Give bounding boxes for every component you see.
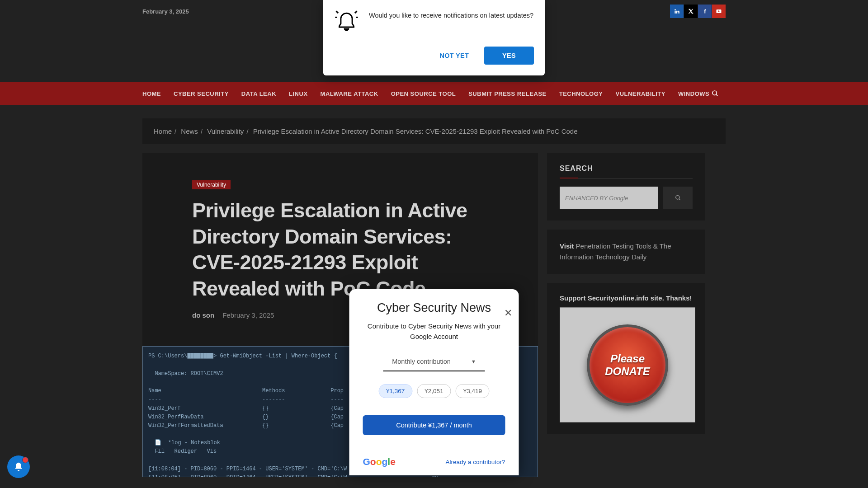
contribute-frequency-label: Monthly contribution (392, 358, 451, 365)
donate-image[interactable]: Please DONATE (560, 307, 695, 422)
category-tag[interactable]: Vulnerability (192, 180, 231, 189)
article-title: Privilege Escalation in Active Directory… (192, 197, 488, 301)
nav-cyber-security[interactable]: CYBER SECURITY (174, 90, 229, 97)
notification-yes-button[interactable]: YES (484, 47, 534, 65)
notification-bell-bubble[interactable] (7, 455, 30, 478)
search-icon (675, 195, 681, 201)
support-text: Support Securityonline.info site. Thanks… (560, 294, 693, 302)
notification-bell-icon (334, 9, 359, 34)
contribute-modal: ✕ Cyber Security News Contribute to Cybe… (349, 289, 519, 475)
search-button[interactable] (663, 187, 693, 209)
breadcrumb-category[interactable]: Vulnerability (207, 127, 244, 135)
search-widget-title: SEARCH (560, 164, 693, 178)
social-icons (670, 5, 726, 18)
nav-submit-press-release[interactable]: SUBMIT PRESS RELEASE (468, 90, 547, 97)
contribute-frequency-select[interactable]: Monthly contribution ▼ (383, 352, 485, 371)
nav-search-icon[interactable] (712, 90, 719, 97)
notification-not-yet-button[interactable]: NOT YET (429, 47, 479, 65)
svg-line-1 (716, 94, 717, 96)
youtube-icon[interactable] (712, 5, 726, 18)
already-contributor-link[interactable]: Already a contributor? (445, 459, 505, 465)
svg-line-3 (679, 199, 680, 200)
google-logo: Google (363, 456, 396, 467)
bell-icon (14, 462, 24, 472)
notification-prompt-text: Would you like to receive notifications … (369, 9, 533, 20)
nav-technology[interactable]: TECHNOLOGY (559, 90, 603, 97)
article-date: February 3, 2025 (222, 311, 274, 319)
contribute-amount-2[interactable]: ¥2,051 (417, 384, 451, 398)
twitter-x-icon[interactable] (684, 5, 698, 18)
nav-linux[interactable]: LINUX (289, 90, 308, 97)
top-date: February 3, 2025 (142, 8, 189, 15)
contribute-subtitle: Contribute to Cyber Security News with y… (363, 321, 505, 342)
svg-line-5 (355, 11, 357, 14)
donate-button[interactable]: Please DONATE (587, 324, 668, 406)
notification-permission-modal: Would you like to receive notifications … (323, 0, 545, 75)
contribute-title: Cyber Security News (363, 300, 505, 316)
svg-point-0 (712, 91, 717, 95)
breadcrumb-news[interactable]: News (181, 127, 198, 135)
article-author[interactable]: do son (192, 311, 214, 319)
nav-windows[interactable]: WINDOWS (678, 90, 709, 97)
search-input[interactable] (560, 187, 658, 209)
breadcrumb-home[interactable]: Home (154, 127, 172, 135)
visit-links[interactable]: Penetration Testing Tools & The Informat… (560, 242, 671, 261)
contribute-close-button[interactable]: ✕ (504, 307, 512, 319)
facebook-icon[interactable] (698, 5, 712, 18)
contribute-amount-1[interactable]: ¥1,367 (378, 384, 412, 398)
nav-open-source-tool[interactable]: OPEN SOURCE TOOL (391, 90, 456, 97)
nav-data-leak[interactable]: DATA LEAK (241, 90, 276, 97)
nav-home[interactable]: HOME (142, 90, 161, 97)
chevron-down-icon: ▼ (471, 359, 476, 364)
breadcrumb: Home/ News/ Vulnerability/ Privilege Esc… (154, 127, 714, 135)
visit-label: Visit (560, 242, 574, 250)
contribute-amount-3[interactable]: ¥3,419 (456, 384, 490, 398)
contribute-submit-button[interactable]: Contribute ¥1,367 / month (363, 415, 505, 435)
linkedin-icon[interactable] (670, 5, 684, 18)
nav-malware-attack[interactable]: MALWARE ATTACK (321, 90, 378, 97)
nav-vulnerability[interactable]: VULNERABILITY (615, 90, 665, 97)
svg-line-4 (336, 11, 339, 14)
breadcrumb-current: Privilege Escalation in Active Directory… (253, 127, 578, 135)
svg-point-2 (675, 196, 679, 199)
visit-widget-text: Visit Penetration Testing Tools & The In… (560, 241, 693, 263)
